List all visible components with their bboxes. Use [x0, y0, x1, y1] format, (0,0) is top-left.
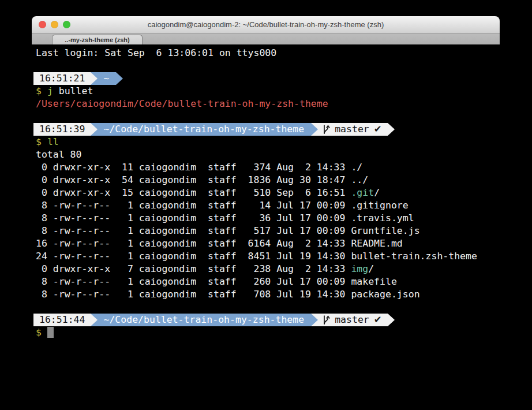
- powerline-separator-icon: [388, 314, 395, 326]
- listing-row: 24 -rw-r--r-- 1 caiogondim staff 8451 Ju…: [36, 250, 500, 263]
- git-branch-name: master: [335, 314, 369, 326]
- row-meta: 16 -rw-r--r-- 1 caiogondim staff 6164 Au…: [36, 238, 351, 249]
- prompt-time-segment: 16:51:21: [33, 72, 91, 85]
- file-name: makefile: [351, 276, 396, 287]
- file-name: ../: [351, 174, 368, 185]
- command-text: ll: [47, 136, 59, 147]
- prompt-line-3: 16:51:44 ~/Code/bullet-train-oh-my-zsh-t…: [33, 314, 500, 326]
- file-name: .travis.yml: [351, 213, 414, 223]
- text-cursor: [47, 327, 54, 338]
- powerline-separator-icon: [91, 314, 98, 326]
- command-line: $ ll: [36, 136, 500, 148]
- row-meta: 0 drwxr-xr-x 15 caiogondim staff 510 Sep…: [36, 187, 351, 198]
- tab-bar: ..-my-zsh-theme (zsh): [32, 33, 500, 44]
- file-name: package.json: [351, 289, 419, 300]
- prompt-git-segment: master ✔: [318, 123, 387, 136]
- file-suffix: /: [368, 263, 374, 274]
- prompt-line-1: 16:51:21 ~: [33, 72, 500, 85]
- row-meta: 8 -rw-r--r-- 1 caiogondim staff 517 Jul …: [36, 225, 351, 236]
- file-suffix: /: [374, 187, 380, 198]
- file-name: README.md: [351, 238, 402, 249]
- listing-row: 8 -rw-r--r-- 1 caiogondim staff 517 Jul …: [36, 225, 500, 237]
- powerline-separator-icon: [311, 123, 318, 136]
- command-line: $ j bullet: [36, 85, 500, 98]
- terminal-content[interactable]: Last login: Sat Sep 6 13:06:01 on ttys00…: [32, 44, 500, 410]
- git-branch-icon: [323, 124, 330, 135]
- powerline-separator-icon: [91, 72, 98, 85]
- prompt-line-2: 16:51:39 ~/Code/bullet-train-oh-my-zsh-t…: [33, 123, 500, 136]
- space: [42, 327, 47, 338]
- file-name: bullet-train.zsh-theme: [351, 251, 477, 262]
- space: [42, 136, 47, 147]
- tab-zsh[interactable]: ..-my-zsh-theme (zsh): [52, 35, 143, 44]
- row-meta: 8 -rw-r--r-- 1 caiogondim staff 36 Jul 1…: [36, 213, 351, 223]
- listing-row: 0 drwxr-xr-x 7 caiogondim staff 238 Aug …: [36, 263, 500, 275]
- listing-row: 0 drwxr-xr-x 54 caiogondim staff 1836 Au…: [36, 174, 500, 187]
- prompt-time-segment: 16:51:39: [33, 123, 91, 136]
- row-meta: 24 -rw-r--r-- 1 caiogondim staff 8451 Ju…: [36, 251, 351, 262]
- prompt-symbol: $: [36, 327, 42, 338]
- prompt-git-segment: master ✔: [318, 314, 387, 326]
- command-args: bullet: [53, 85, 93, 96]
- prompt-path-segment: ~: [98, 72, 116, 85]
- prompt-time-segment: 16:51:44: [33, 314, 91, 326]
- blank-line: [36, 59, 500, 72]
- title-bar[interactable]: caiogondim@caiogondim-2: ~/Code/bullet-t…: [32, 16, 500, 33]
- listing-row: 0 drwxr-xr-x 11 caiogondim staff 374 Aug…: [36, 161, 500, 174]
- prompt-symbol: $: [36, 136, 42, 147]
- listing-row: 8 -rw-r--r-- 1 caiogondim staff 708 Jul …: [36, 288, 500, 301]
- terminal-window: caiogondim@caiogondim-2: ~/Code/bullet-t…: [32, 16, 500, 410]
- jump-output-line: /Users/caiogondim/Code/bullet-train-oh-m…: [36, 98, 500, 110]
- git-clean-check-icon: ✔: [374, 314, 382, 326]
- input-line[interactable]: $: [36, 326, 500, 339]
- row-meta: 0 drwxr-xr-x 7 caiogondim staff 238 Aug …: [36, 263, 351, 274]
- listing-row: 8 -rw-r--r-- 1 caiogondim staff 260 Jul …: [36, 275, 500, 288]
- row-meta: 0 drwxr-xr-x 11 caiogondim staff 374 Aug…: [36, 162, 351, 173]
- total-line: total 80: [36, 148, 500, 161]
- git-branch-name: master: [335, 123, 369, 136]
- last-login-line: Last login: Sat Sep 6 13:06:01 on ttys00…: [36, 47, 500, 59]
- prompt-symbol: $: [36, 85, 42, 96]
- powerline-separator-icon: [91, 123, 98, 136]
- directory-name: .git: [351, 187, 374, 198]
- row-meta: 0 drwxr-xr-x 54 caiogondim staff 1836 Au…: [36, 174, 351, 185]
- space: [42, 85, 47, 96]
- file-name: ./: [351, 162, 362, 173]
- prompt-path-segment: ~/Code/bullet-train-oh-my-zsh-theme: [98, 314, 311, 326]
- listing-row: 0 drwxr-xr-x 15 caiogondim staff 510 Sep…: [36, 187, 500, 199]
- directory-name: img: [351, 263, 368, 274]
- blank-line: [36, 110, 500, 123]
- row-meta: 8 -rw-r--r-- 1 caiogondim staff 708 Jul …: [36, 289, 351, 300]
- listing-row: 16 -rw-r--r-- 1 caiogondim staff 6164 Au…: [36, 237, 500, 250]
- listing-row: 8 -rw-r--r-- 1 caiogondim staff 14 Jul 1…: [36, 199, 500, 212]
- powerline-separator-icon: [311, 314, 318, 326]
- file-name: Gruntfile.js: [351, 225, 419, 236]
- row-meta: 8 -rw-r--r-- 1 caiogondim staff 14 Jul 1…: [36, 200, 351, 211]
- window-title: caiogondim@caiogondim-2: ~/Code/bullet-t…: [32, 20, 500, 29]
- powerline-separator-icon: [116, 72, 123, 85]
- file-name: .gitignore: [351, 200, 408, 211]
- command-text: j: [47, 85, 53, 96]
- powerline-separator-icon: [388, 123, 395, 136]
- git-clean-check-icon: ✔: [374, 123, 382, 136]
- blank-line: [36, 301, 500, 314]
- row-meta: 8 -rw-r--r-- 1 caiogondim staff 260 Jul …: [36, 276, 351, 287]
- prompt-path-segment: ~/Code/bullet-train-oh-my-zsh-theme: [98, 123, 311, 136]
- listing-row: 8 -rw-r--r-- 1 caiogondim staff 36 Jul 1…: [36, 212, 500, 225]
- git-branch-icon: [323, 315, 330, 325]
